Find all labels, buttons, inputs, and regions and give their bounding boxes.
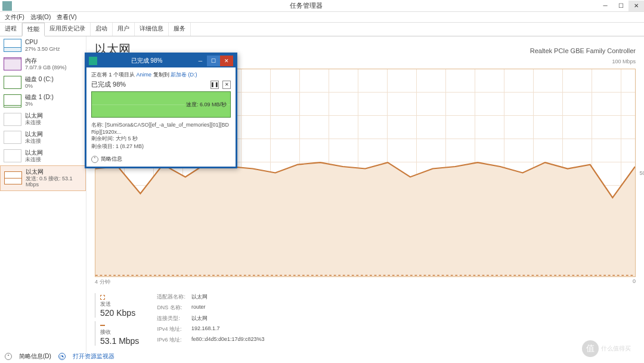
tab-startup[interactable]: 启动 — [91, 23, 113, 36]
footer: ˄ 简略信息(D) ◔ 打开资源监视器 — [5, 352, 114, 361]
file-copy-dialog: 已完成 98% ─ ☐ ✕ 正在将 1 个项目从 Anime 复制到 新加卷 (… — [85, 53, 237, 168]
copy-source-dest: 正在将 1 个项目从 Anime 复制到 新加卷 (D:) — [91, 71, 231, 79]
y-mid-label: 50 Mbps — [639, 170, 644, 176]
less-detail-toggle[interactable]: ˄ 简略信息 — [91, 155, 231, 163]
sidebar-item-eth-5[interactable]: 以太网 未连接 — [0, 128, 86, 147]
minimize-button[interactable]: ─ — [597, 1, 613, 11]
thumb-icon — [4, 94, 21, 107]
sidebar-item-name: 以太网 — [25, 112, 43, 119]
sidebar-item-disk1-3[interactable]: 磁盘 1 (D:) 3% — [0, 91, 86, 110]
tab-services[interactable]: 服务 — [169, 23, 191, 36]
sidebar-item-name: 磁盘 1 (D:) — [25, 94, 54, 101]
resource-monitor-icon: ◔ — [58, 353, 66, 360]
sidebar-item-eth-sel-7[interactable]: 以太网 发送: 0.5 接收: 53.1 Mbps — [0, 165, 86, 192]
less-info-button[interactable]: 简略信息(D) — [19, 352, 51, 361]
x-right-label: 0 — [633, 278, 636, 286]
tabbar: 进程 性能 应用历史记录 启动 用户 详细信息 服务 — [0, 23, 644, 36]
app-icon — [2, 1, 12, 11]
menu-view[interactable]: 查看(V) — [54, 13, 79, 21]
thumb-icon — [4, 39, 21, 52]
kv-value: 192.168.1.7 — [191, 325, 265, 335]
sidebar-item-value: 未连接 — [25, 138, 43, 144]
kv-key: 连接类型: — [157, 315, 185, 324]
speed-value: 6.09 MB/秒 — [200, 101, 227, 107]
cancel-button[interactable]: ✕ — [222, 81, 231, 89]
thumb-icon — [4, 171, 22, 184]
sidebar-item-name: 磁盘 0 (C:) — [25, 76, 54, 83]
menubar: 文件(F) 选项(O) 查看(V) — [0, 12, 644, 23]
sidebar-item-name: 以太网 — [25, 149, 43, 156]
tab-processes[interactable]: 进程 — [0, 23, 22, 36]
dialog-titlebar[interactable]: 已完成 98% ─ ☐ ✕ — [86, 54, 236, 67]
y-max-label: 100 Mbps — [612, 59, 636, 66]
menu-file[interactable]: 文件(F) — [2, 13, 27, 21]
chevron-up-icon: ˄ — [91, 156, 98, 163]
remaining-time: 剩余时间: 大约 5 秒 — [91, 135, 231, 143]
performance-sidebar: CPU 27% 3.50 GHz 内存 7.0/7.9 GB (89%) 磁盘 … — [0, 36, 86, 353]
sidebar-item-value: 27% 3.50 GHz — [25, 46, 60, 53]
progress-text: 已完成 98% — [91, 80, 210, 89]
sidebar-item-disk0-2[interactable]: 磁盘 0 (C:) 0% — [0, 73, 86, 92]
thumb-icon — [4, 113, 21, 126]
thumb-icon — [4, 57, 21, 70]
window-titlebar: 任务管理器 ─ ☐ ✕ — [0, 0, 644, 12]
kv-key: DNS 名称: — [157, 304, 185, 313]
kv-key: IPv4 地址: — [157, 325, 185, 335]
chevron-up-icon[interactable]: ˄ — [5, 353, 12, 360]
thumb-icon — [4, 149, 21, 162]
sent-value: 520 Kbps — [100, 308, 139, 318]
dialog-minimize-button[interactable]: ─ — [194, 56, 207, 66]
sidebar-item-name: 以太网 — [25, 131, 43, 138]
kv-key: 适配器名称: — [157, 293, 185, 303]
sidebar-item-value: 7.0/7.9 GB (89%) — [25, 64, 67, 71]
window-title: 任务管理器 — [14, 1, 597, 10]
sidebar-item-cpu-0[interactable]: CPU 27% 3.50 GHz — [0, 36, 86, 55]
source-link[interactable]: Anime — [137, 72, 152, 78]
dialog-maximize-button[interactable]: ☐ — [207, 56, 220, 66]
filename-row: 名称: [SumiSora&CASO][ef_-a_tale_of_memori… — [91, 121, 231, 135]
dest-link[interactable]: 新加卷 (D:) — [171, 72, 197, 78]
folder-copy-icon — [89, 57, 97, 65]
kv-key: IPv6 地址: — [157, 336, 185, 346]
recv-label: 接收 — [100, 328, 139, 336]
tab-apphistory[interactable]: 应用历史记录 — [45, 23, 91, 36]
sidebar-item-eth-4[interactable]: 以太网 未连接 — [0, 110, 86, 128]
speed-chart: 速度: 6.09 MB/秒 — [91, 91, 231, 118]
sidebar-item-mem-1[interactable]: 内存 7.0/7.9 GB (89%) — [0, 55, 86, 73]
tab-details[interactable]: 详细信息 — [135, 23, 169, 36]
menu-options[interactable]: 选项(O) — [28, 13, 53, 21]
kv-value: fe80::d4d5:d0e1:17d9:c823%3 — [191, 336, 265, 346]
sidebar-item-eth-6[interactable]: 以太网 未连接 — [0, 147, 86, 165]
dialog-close-button[interactable]: ✕ — [220, 56, 233, 66]
adapter-details: 适配器名称:以太网DNS 名称:router连接类型:以太网IPv4 地址:19… — [157, 293, 264, 346]
kv-value: 以太网 — [191, 293, 265, 303]
sent-label: 发送 — [100, 300, 139, 308]
remaining-items: 剩余项目: 1 (8.27 MB) — [91, 143, 231, 150]
dialog-title: 已完成 98% — [100, 57, 194, 65]
adapter-name: Realtek PCIe GBE Family Controller — [530, 47, 636, 54]
sidebar-item-value: 3% — [25, 101, 54, 107]
thumb-icon — [4, 76, 21, 89]
sidebar-item-value: 0% — [25, 83, 54, 90]
recv-value: 53.1 Mbps — [100, 336, 139, 346]
sidebar-item-name: 内存 — [25, 57, 67, 64]
maximize-button[interactable]: ☐ — [613, 1, 628, 11]
kv-value: router — [191, 304, 265, 313]
sidebar-item-name: 以太网 — [26, 168, 82, 176]
pause-button[interactable]: ❚❚ — [210, 81, 219, 89]
sidebar-item-value: 未连接 — [25, 119, 43, 126]
tab-users[interactable]: 用户 — [113, 23, 135, 36]
kv-value: 以太网 — [191, 315, 265, 324]
sidebar-item-value: 未连接 — [25, 156, 43, 163]
x-left-label: 4 分钟 — [95, 278, 110, 286]
sidebar-item-name: CPU — [25, 39, 60, 46]
sidebar-item-value: 发送: 0.5 接收: 53.1 Mbps — [26, 176, 82, 189]
close-button[interactable]: ✕ — [628, 1, 644, 11]
open-resource-monitor-link[interactable]: 打开资源监视器 — [73, 352, 114, 361]
watermark: 值 什么值得买 — [582, 339, 639, 358]
tab-performance[interactable]: 性能 — [22, 23, 45, 36]
thumb-icon — [4, 131, 21, 144]
